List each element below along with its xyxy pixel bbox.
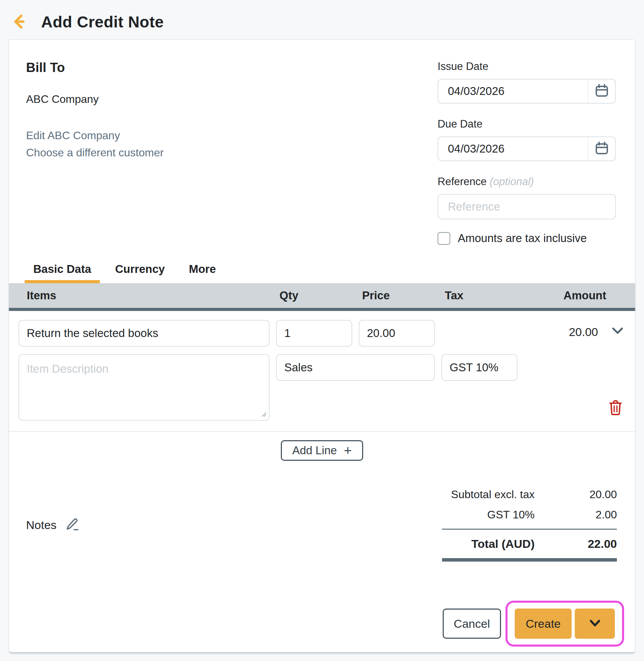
tab-basic-data[interactable]: Basic Data — [25, 258, 100, 280]
page-header: Add Credit Note — [0, 0, 644, 41]
item-qty-input[interactable] — [276, 320, 352, 347]
credit-note-card: Bill To ABC Company Edit ABC Company Cho… — [9, 39, 635, 652]
create-options-button[interactable] — [575, 609, 615, 639]
back-button[interactable] — [12, 12, 32, 32]
issue-date-calendar-button[interactable] — [588, 80, 615, 103]
column-header-amount: Amount — [524, 289, 625, 302]
tax-inclusive-checkbox[interactable] — [438, 232, 450, 245]
trash-icon — [608, 411, 623, 417]
item-description-textarea[interactable] — [19, 354, 270, 421]
calendar-icon — [594, 83, 610, 100]
edit-customer-link[interactable]: Edit ABC Company — [26, 127, 164, 144]
issue-date-field — [438, 79, 616, 104]
create-button[interactable]: Create — [515, 609, 572, 639]
totals-section: Subtotal excl. tax 20.00 GST 10% 2.00 To… — [442, 488, 617, 562]
item-tax-input[interactable] — [441, 354, 517, 381]
due-date-field — [438, 136, 616, 161]
column-header-price: Price — [359, 289, 435, 302]
line-amount-value: 20.00 — [569, 325, 598, 339]
tax-total-value: 2.00 — [535, 508, 617, 521]
edit-notes-button[interactable] — [65, 517, 80, 533]
line-item-row: 20.00 — [9, 320, 635, 347]
issue-date-label: Issue Date — [438, 60, 616, 73]
column-header-tax: Tax — [441, 289, 517, 302]
tab-bar: Basic Data Currency More — [9, 258, 635, 280]
column-header-items: Items — [19, 289, 270, 302]
due-date-label: Due Date — [438, 118, 616, 130]
grand-total-value: 22.00 — [535, 537, 617, 551]
bill-to-heading: Bill To — [26, 60, 164, 75]
choose-customer-link[interactable]: Choose a different customer — [26, 144, 164, 161]
details-section: Issue Date — [438, 60, 616, 245]
column-header-qty: Qty — [276, 289, 352, 302]
footer-actions: Cancel Create — [443, 601, 624, 647]
tab-more[interactable]: More — [180, 258, 225, 280]
subtotal-value: 20.00 — [535, 488, 617, 501]
tax-total-label: GST 10% — [442, 508, 535, 521]
line-item-detail-row — [9, 354, 635, 422]
chevron-down-icon — [587, 618, 603, 630]
tab-currency[interactable]: Currency — [107, 258, 174, 280]
customer-name: ABC Company — [26, 93, 164, 106]
due-date-input[interactable] — [438, 137, 588, 160]
item-name-input[interactable] — [19, 320, 270, 347]
totals-bottom-bar — [442, 558, 617, 562]
delete-line-button[interactable] — [608, 399, 623, 417]
reference-label: Reference (optional) — [438, 176, 616, 188]
totals-divider — [442, 529, 617, 530]
add-line-button[interactable]: Add Line + — [281, 440, 363, 461]
notes-label: Notes — [26, 518, 57, 532]
tax-inclusive-label: Amounts are tax inclusive — [458, 232, 587, 245]
issue-date-input[interactable] — [438, 80, 588, 103]
line-expand-chevron-icon[interactable] — [611, 325, 624, 337]
item-price-input[interactable] — [359, 320, 435, 347]
calendar-icon — [594, 140, 610, 157]
subtotal-label: Subtotal excl. tax — [442, 488, 535, 501]
reference-input[interactable] — [438, 194, 616, 219]
create-button-highlight: Create — [505, 601, 624, 647]
cancel-button[interactable]: Cancel — [443, 609, 501, 639]
back-arrow-icon — [13, 13, 31, 32]
line-items-divider — [9, 431, 635, 432]
due-date-calendar-button[interactable] — [588, 137, 615, 160]
bill-to-section: Bill To ABC Company Edit ABC Company Cho… — [26, 60, 164, 245]
items-table-header: Items Qty Price Tax Amount — [9, 283, 635, 311]
pencil-icon — [65, 528, 80, 533]
item-account-input[interactable] — [276, 354, 435, 381]
plus-icon: + — [344, 444, 351, 457]
reference-optional-hint: (optional) — [490, 176, 534, 188]
grand-total-label: Total (AUD) — [442, 537, 535, 551]
page-title: Add Credit Note — [41, 13, 164, 31]
textarea-resize-handle[interactable] — [260, 410, 267, 419]
notes-section: Notes — [19, 488, 80, 562]
